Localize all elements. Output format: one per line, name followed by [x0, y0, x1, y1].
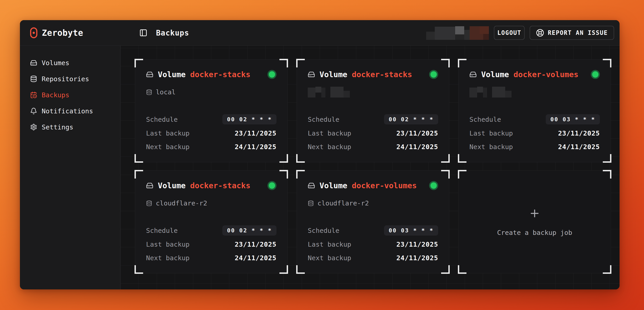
- repository-name: cloudflare-r2: [318, 199, 369, 207]
- sidebar-item-label: Repositories: [42, 75, 89, 83]
- schedule-label: Schedule: [308, 116, 340, 123]
- sidebar-item-backups[interactable]: Backups: [20, 87, 120, 103]
- last-backup-label: Last backup: [146, 241, 190, 248]
- corner-bracket: [603, 170, 612, 179]
- sidebar-item-label: Backups: [42, 91, 69, 99]
- volume-name: docker-stacks: [190, 181, 250, 190]
- card-header: Volume docker-volumes: [308, 181, 438, 190]
- last-backup-date: 23/11/2025: [234, 129, 276, 137]
- backup-job-card[interactable]: Volume docker-stacks cloudflare-r2 Sched…: [135, 170, 288, 273]
- report-issue-label: REPORT AN ISSUE: [548, 29, 608, 36]
- page-title: Backups: [156, 28, 189, 37]
- sidebar: Volumes Repositories Backups Notificatio…: [20, 46, 120, 290]
- last-backup-row: Last backup 23/11/2025: [146, 129, 276, 138]
- last-backup-date: 23/11/2025: [396, 241, 438, 248]
- status-dot-green: [429, 181, 438, 190]
- panel-left-icon[interactable]: [139, 29, 148, 37]
- logout-button[interactable]: LOGOUT: [494, 26, 525, 40]
- header-actions: LOGOUT REPORT AN ISSUE: [426, 26, 614, 40]
- corner-bracket: [441, 59, 450, 67]
- next-backup-label: Next backup: [146, 143, 190, 151]
- hard-drive-icon: [146, 182, 153, 189]
- sidebar-item-repositories[interactable]: Repositories: [20, 71, 120, 87]
- corner-bracket: [280, 154, 288, 163]
- corner-bracket: [458, 265, 466, 274]
- status-dot-green: [268, 181, 276, 190]
- app-window: Zerobyte Backups LOGOUT: [20, 20, 620, 290]
- plus-icon: [529, 208, 540, 219]
- corner-bracket: [296, 170, 305, 179]
- volume-label: Volume: [320, 181, 347, 190]
- next-backup-row: Next backup 24/11/2025: [308, 142, 438, 152]
- next-backup-row: Next backup 24/11/2025: [470, 142, 600, 152]
- schedule-row: Schedule 00 02 * * *: [308, 114, 438, 124]
- schedule-label: Schedule: [470, 116, 501, 123]
- card-info-rows: Schedule 00 02 * * * Last backup 23/11/2…: [146, 114, 276, 152]
- database-icon: [146, 200, 152, 206]
- volume-name: docker-stacks: [352, 70, 412, 79]
- report-issue-button[interactable]: REPORT AN ISSUE: [530, 26, 614, 40]
- corner-bracket: [280, 170, 288, 179]
- sidebar-item-label: Volumes: [42, 59, 69, 67]
- last-backup-date: 23/11/2025: [234, 241, 276, 248]
- hard-drive-icon: [470, 71, 477, 78]
- card-info-rows: Schedule 00 03 * * * Last backup 23/11/2…: [308, 225, 438, 263]
- last-backup-label: Last backup: [308, 129, 351, 137]
- next-backup-date: 24/11/2025: [234, 254, 276, 262]
- create-backup-job-card[interactable]: Create a backup job: [458, 170, 611, 273]
- backup-job-card[interactable]: Volume docker-stacks Schedule 00 02 * * …: [297, 59, 449, 162]
- last-backup-date: 23/11/2025: [558, 129, 600, 137]
- next-backup-label: Next backup: [308, 254, 351, 262]
- corner-bracket: [441, 170, 450, 179]
- next-backup-label: Next backup: [146, 254, 190, 262]
- backup-job-card[interactable]: Volume docker-stacks local Schedule 00 0…: [135, 59, 288, 162]
- hard-drive-icon: [146, 71, 153, 78]
- next-backup-date: 24/11/2025: [396, 254, 438, 262]
- last-backup-row: Last backup 23/11/2025: [470, 129, 600, 138]
- calendar-clock-icon: [30, 91, 37, 98]
- next-backup-row: Next backup 24/11/2025: [308, 253, 438, 263]
- volume-label: Volume: [158, 181, 186, 190]
- cron-schedule-chip: 00 02 * * *: [384, 114, 438, 124]
- corner-bracket: [134, 154, 143, 163]
- volume-name: docker-volumes: [514, 70, 578, 79]
- last-backup-label: Last backup: [146, 129, 190, 137]
- cron-schedule-chip: 00 03 * * *: [546, 114, 600, 124]
- last-backup-row: Last backup 23/11/2025: [146, 240, 276, 249]
- sidebar-item-notifications[interactable]: Notifications: [20, 103, 120, 119]
- schedule-label: Schedule: [308, 227, 340, 234]
- brand: Zerobyte: [30, 27, 121, 38]
- corner-bracket: [134, 170, 143, 179]
- status-dot-green: [268, 70, 276, 79]
- corner-bracket: [458, 154, 466, 163]
- status-dot-green: [591, 70, 600, 79]
- sidebar-item-volumes[interactable]: Volumes: [20, 55, 120, 71]
- next-backup-row: Next backup 24/11/2025: [146, 142, 276, 152]
- backup-job-card[interactable]: Volume docker-volumes cloudflare-r2 Sche…: [297, 170, 449, 273]
- card-header: Volume docker-stacks: [308, 70, 438, 79]
- card-info-rows: Schedule 00 02 * * * Last backup 23/11/2…: [308, 114, 438, 152]
- hard-drive-icon: [308, 71, 315, 78]
- next-backup-date: 24/11/2025: [234, 143, 276, 151]
- corner-bracket: [134, 265, 143, 274]
- corner-bracket: [296, 59, 305, 67]
- card-header: Volume docker-volumes: [470, 70, 600, 79]
- hard-drive-icon: [30, 59, 37, 66]
- corner-bracket: [441, 154, 450, 163]
- card-info-rows: Schedule 00 03 * * * Last backup 23/11/2…: [470, 114, 600, 152]
- volume-label: Volume: [158, 70, 186, 79]
- cron-schedule-chip: 00 02 * * *: [222, 114, 276, 124]
- schedule-row: Schedule 00 02 * * *: [146, 114, 276, 124]
- redacted-repository-row: [308, 87, 438, 97]
- card-header: Volume docker-stacks: [146, 70, 276, 79]
- page-title-group: Backups: [139, 28, 189, 37]
- backup-job-card[interactable]: Volume docker-volumes Schedule 00 03 * *…: [458, 59, 611, 162]
- sidebar-item-settings[interactable]: Settings: [20, 119, 120, 135]
- database-icon: [308, 200, 314, 206]
- last-backup-label: Last backup: [308, 241, 351, 248]
- repository-name: local: [156, 88, 176, 96]
- repository-row: cloudflare-r2: [146, 198, 276, 209]
- create-backup-job-label: Create a backup job: [497, 229, 572, 237]
- repository-row: cloudflare-r2: [308, 198, 438, 209]
- corner-bracket: [280, 59, 288, 67]
